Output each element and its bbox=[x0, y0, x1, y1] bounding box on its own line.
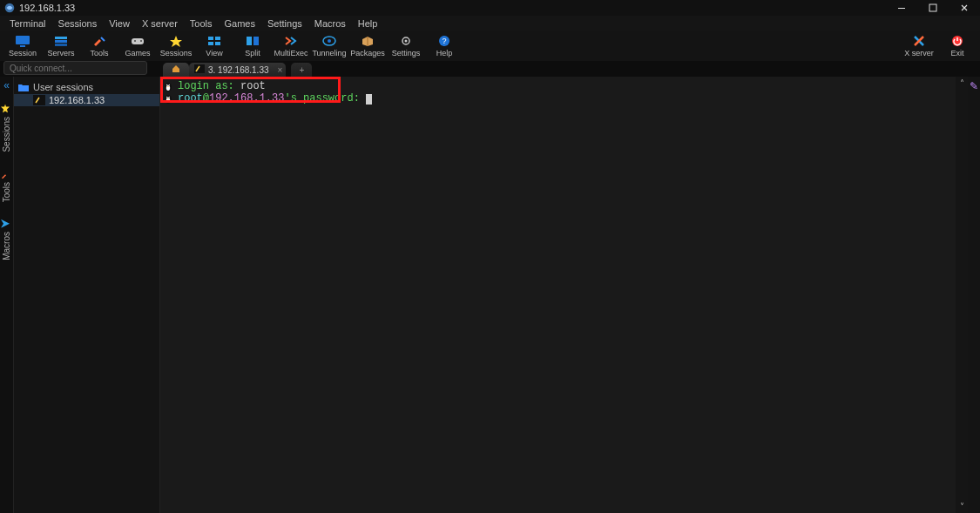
terminal-line: login as: root bbox=[162, 80, 963, 92]
gear-icon bbox=[398, 34, 414, 48]
menu-settings[interactable]: Settings bbox=[261, 16, 308, 31]
menu-macros[interactable]: Macros bbox=[308, 16, 352, 31]
svg-rect-7 bbox=[55, 44, 67, 46]
vertical-scrollbar[interactable]: ˄ ˅ bbox=[956, 77, 968, 513]
star-icon bbox=[3, 105, 11, 113]
svg-point-29 bbox=[166, 85, 170, 91]
dock-label: Sessions bbox=[2, 117, 11, 152]
toolbar-tunneling[interactable]: Tunneling bbox=[310, 31, 348, 61]
menu-terminal[interactable]: Terminal bbox=[3, 16, 52, 31]
svg-rect-6 bbox=[55, 40, 67, 43]
svg-rect-12 bbox=[208, 37, 213, 40]
ssh-icon bbox=[194, 64, 205, 75]
svg-rect-25 bbox=[194, 64, 205, 73]
tab-session-active[interactable]: 3. 192.168.1.33 × bbox=[189, 63, 286, 77]
toolbar-label: Help bbox=[436, 49, 453, 58]
collapse-sidebar-icon[interactable]: « bbox=[3, 80, 10, 91]
toolbar-packages[interactable]: Packages bbox=[348, 31, 387, 61]
tab-strip: 3. 192.168.1.33 × + bbox=[163, 61, 312, 77]
titlebar: 192.168.1.33 bbox=[0, 0, 980, 16]
toolbar-label: Games bbox=[125, 49, 150, 58]
minimize-button[interactable] bbox=[886, 0, 917, 16]
toolbar-label: Settings bbox=[392, 49, 421, 58]
penguin-icon bbox=[162, 93, 174, 104]
svg-rect-3 bbox=[16, 36, 30, 44]
toolbar-sessions[interactable]: Sessions bbox=[157, 31, 195, 61]
toolbar-settings[interactable]: Settings bbox=[387, 31, 425, 61]
scroll-down-icon[interactable]: ˅ bbox=[960, 502, 964, 511]
tab-home[interactable] bbox=[163, 63, 189, 77]
toolbar-label: MultiExec bbox=[274, 49, 308, 58]
toolbar-split[interactable]: Split bbox=[233, 31, 272, 61]
terminal-text: root bbox=[178, 92, 203, 105]
close-button[interactable] bbox=[949, 0, 980, 16]
toolbar-multiexec[interactable]: MultiExec bbox=[272, 31, 310, 61]
svg-point-10 bbox=[134, 40, 136, 42]
servers-icon bbox=[53, 34, 69, 48]
dock-label: Tools bbox=[2, 182, 11, 202]
tree-group-user-sessions[interactable]: User sessions bbox=[14, 80, 159, 94]
dock-tools[interactable]: Tools bbox=[2, 166, 11, 206]
menu-help[interactable]: Help bbox=[352, 16, 384, 31]
toolbar-help[interactable]: ? Help bbox=[425, 31, 463, 61]
tunnel-icon bbox=[321, 34, 337, 48]
svg-point-31 bbox=[169, 84, 170, 85]
toolbar-servers[interactable]: Servers bbox=[42, 31, 80, 61]
toolbar-tools[interactable]: Tools bbox=[80, 31, 118, 61]
svg-rect-16 bbox=[247, 37, 252, 45]
quick-connect-input[interactable] bbox=[3, 61, 147, 75]
scroll-up-icon[interactable]: ˄ bbox=[960, 78, 964, 88]
plus-icon: + bbox=[299, 65, 304, 75]
menu-games[interactable]: Games bbox=[219, 16, 261, 31]
toolbar-label: Sessions bbox=[160, 49, 193, 58]
toolbar-label: Servers bbox=[47, 49, 74, 58]
gamepad-icon bbox=[130, 34, 145, 48]
tab-close-icon[interactable]: × bbox=[278, 65, 283, 75]
tab-new[interactable]: + bbox=[291, 63, 312, 77]
toolbar-exit[interactable]: Exit bbox=[938, 31, 977, 61]
tools-icon bbox=[3, 170, 11, 179]
tools-icon bbox=[91, 34, 107, 48]
x-icon bbox=[911, 34, 927, 48]
dock-sessions[interactable]: Sessions bbox=[2, 101, 11, 156]
grid-icon bbox=[206, 34, 222, 48]
edit-icon[interactable]: ✎ bbox=[970, 80, 978, 92]
terminal-cursor bbox=[366, 94, 372, 105]
svg-point-34 bbox=[166, 97, 167, 98]
terminal-pane[interactable]: login as: root root@192.168.1.33's passw… bbox=[160, 77, 968, 513]
toolbar-label: View bbox=[206, 49, 222, 58]
menubar: Terminal Sessions View X server Tools Ga… bbox=[0, 16, 980, 31]
menu-tools[interactable]: Tools bbox=[184, 16, 219, 31]
terminal-text: 192.168.1.33 bbox=[209, 92, 284, 105]
svg-rect-15 bbox=[215, 42, 220, 45]
menu-sessions[interactable]: Sessions bbox=[52, 16, 104, 31]
send-icon bbox=[3, 219, 11, 228]
toolbar-session[interactable]: Session bbox=[3, 31, 42, 61]
toolbar-games[interactable]: Games bbox=[118, 31, 157, 61]
svg-rect-5 bbox=[55, 37, 67, 39]
toolbar-label: Split bbox=[245, 49, 260, 58]
svg-rect-2 bbox=[929, 4, 936, 11]
svg-point-19 bbox=[328, 39, 331, 43]
svg-marker-26 bbox=[2, 105, 10, 113]
side-dock: « Sessions Tools Macros bbox=[0, 77, 14, 513]
toolbar-xserver[interactable]: X server bbox=[900, 31, 938, 61]
tree-item-label: 192.168.1.33 bbox=[49, 95, 105, 105]
dock-macros[interactable]: Macros bbox=[2, 216, 11, 264]
toolbar-view[interactable]: View bbox=[195, 31, 233, 61]
menu-xserver[interactable]: X server bbox=[136, 16, 184, 31]
toolbar-label: Tools bbox=[90, 49, 108, 58]
toolbar: Session Servers Tools Games Sessions Vie… bbox=[0, 31, 980, 61]
maximize-button[interactable] bbox=[917, 0, 949, 16]
menu-view[interactable]: View bbox=[103, 16, 136, 31]
svg-text:?: ? bbox=[442, 37, 446, 45]
tree-group-label: User sessions bbox=[33, 82, 93, 92]
terminal-text: 's password: bbox=[284, 92, 359, 105]
toolbar-label: Packages bbox=[350, 49, 385, 58]
help-icon: ? bbox=[436, 34, 452, 48]
monitor-icon bbox=[15, 34, 30, 48]
svg-rect-13 bbox=[215, 37, 220, 40]
tree-item-session[interactable]: 192.168.1.33 bbox=[14, 94, 159, 106]
toolbar-label: Session bbox=[9, 49, 37, 58]
split-icon bbox=[245, 34, 260, 48]
